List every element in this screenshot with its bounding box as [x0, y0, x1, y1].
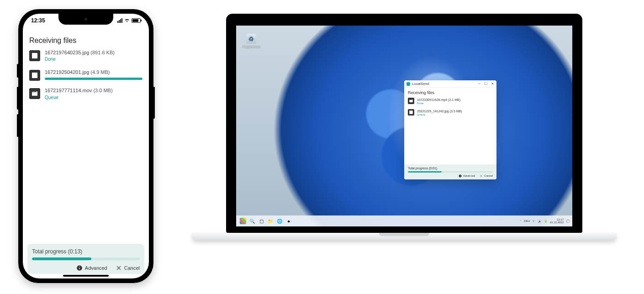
info-icon [76, 265, 83, 271]
file-name: 1672197640235.jpg [45, 50, 89, 55]
total-progress-label: Total progress (0:13) [32, 248, 140, 255]
home-indicator[interactable] [63, 275, 109, 277]
file-name: 1672197771114.mov [45, 88, 92, 93]
signal-icon [117, 18, 122, 23]
phone-app: Receiving files 1672197640235.jpg (891.6… [23, 14, 149, 278]
file-name: 1672192504201.jpg [45, 69, 89, 75]
cancel-label: Cancel [484, 174, 493, 177]
cancel-button[interactable]: Cancel [116, 265, 140, 271]
localsend-taskbar-icon[interactable]: ● [285, 217, 293, 225]
start-button[interactable] [239, 217, 247, 225]
advanced-button[interactable]: Advanced [459, 174, 475, 178]
file-list: 1672197640235.jpg (891.6 KB) Done 167219… [23, 49, 149, 101]
recycle-bin-icon [246, 34, 256, 44]
close-icon [480, 174, 483, 178]
battery-icon[interactable]: 🔋 [544, 220, 547, 223]
phone-device-frame: 12:35 Receiving files 1672197640235.jpg … [18, 9, 153, 283]
file-size: 2.1 MB [449, 98, 459, 101]
laptop-bezel: Papierkorb LocalSend ─ ☐ ✕ Receiving fil… [226, 14, 582, 233]
file-size: 4.9 MB [92, 69, 108, 75]
laptop-base [192, 233, 617, 241]
tray-chevron-icon[interactable]: ˄ [520, 220, 521, 223]
file-name: 1672330911628.mp4 [417, 98, 447, 101]
info-icon [459, 174, 462, 178]
file-name: 20221229_141242.jpg [417, 110, 449, 113]
taskbar-clock[interactable]: 12:17 21.12.2022 [550, 218, 564, 224]
cancel-label: Cancel [124, 265, 140, 271]
recycle-bin-label: Papierkorb [243, 45, 260, 49]
total-progress-card: Total progress (0:01) Advanced Cancel [404, 164, 496, 179]
file-status: Done [45, 56, 143, 63]
svg-rect-4 [460, 176, 460, 177]
image-icon [408, 109, 414, 116]
cancel-button[interactable]: Cancel [480, 174, 493, 178]
task-view-icon[interactable]: ▢ [257, 217, 265, 225]
file-row[interactable]: 20221229_141242.jpg (3.3 MB) Queue [408, 109, 493, 117]
close-button[interactable]: ✕ [491, 82, 494, 86]
phone-notch [58, 14, 113, 25]
phone-side-button [17, 114, 19, 137]
tray-lang[interactable]: DEU [524, 220, 530, 222]
close-icon [116, 265, 122, 271]
phone-screen: 12:35 Receiving files 1672197640235.jpg … [23, 14, 149, 278]
laptop-device-frame: Papierkorb LocalSend ─ ☐ ✕ Receiving fil… [192, 14, 617, 241]
windows-desktop[interactable]: Papierkorb LocalSend ─ ☐ ✕ Receiving fil… [236, 26, 572, 226]
total-progress-bar [32, 257, 140, 260]
file-status: Queue [417, 113, 462, 117]
page-title: Receiving files [408, 90, 493, 95]
file-size: 3.3 MB [451, 110, 461, 113]
total-progress-bar [408, 171, 493, 173]
clock-date: 21.12.2022 [550, 221, 564, 224]
localsend-window[interactable]: LocalSend ─ ☐ ✕ Receiving files 16723309… [404, 80, 496, 179]
page-title: Receiving files [23, 34, 149, 49]
file-size: 891.6 KB [92, 50, 113, 55]
battery-icon [132, 18, 141, 23]
window-titlebar[interactable]: LocalSend ─ ☐ ✕ [404, 80, 496, 88]
status-icons [117, 18, 141, 23]
volume-icon[interactable]: 🔊 [538, 220, 541, 223]
file-size: 3.0 MB [95, 88, 111, 93]
file-row[interactable]: 1672197771114.mov (3.0 MB) Queue [29, 87, 143, 100]
advanced-label: Advanced [85, 265, 107, 271]
svg-rect-5 [460, 175, 460, 176]
windows-taskbar[interactable]: 🔍 ▢ 📁 🌐 ● ˄ DEU ᯤ 🔊 🔋 12:17 21.12.2022 💬 [236, 215, 572, 226]
total-progress-label: Total progress (0:01) [408, 167, 493, 170]
edge-icon[interactable]: 🌐 [275, 217, 284, 225]
file-status: Done [417, 102, 460, 105]
search-icon[interactable]: 🔍 [248, 217, 256, 225]
advanced-button[interactable]: Advanced [76, 265, 107, 271]
advanced-label: Advanced [463, 174, 475, 177]
image-icon [29, 50, 40, 61]
recycle-bin[interactable]: Papierkorb [243, 34, 260, 49]
file-status: Queue [45, 94, 143, 101]
status-time: 12:35 [31, 17, 45, 24]
total-progress-card: Total progress (0:13) Advanced Cancel [27, 244, 144, 274]
file-row[interactable]: 1672192504201.jpg (4.9 MB) [29, 69, 143, 81]
notification-icon[interactable]: 💬 [566, 220, 570, 223]
wifi-icon [124, 18, 130, 23]
file-row[interactable]: 1672197640235.jpg (891.6 KB) Done [29, 49, 143, 63]
window-title: LocalSend [412, 82, 476, 86]
app-icon [406, 82, 410, 86]
movie-icon [408, 98, 414, 104]
movie-icon [29, 88, 40, 99]
file-row[interactable]: 1672330911628.mp4 (2.1 MB) Done [408, 98, 493, 105]
phone-side-button [17, 87, 19, 110]
phone-side-button [153, 87, 155, 119]
file-explorer-icon[interactable]: 📁 [266, 217, 274, 225]
wifi-icon[interactable]: ᯤ [533, 220, 535, 222]
phone-side-button [17, 64, 19, 78]
file-progress-bar [45, 78, 143, 80]
maximize-button[interactable]: ☐ [484, 82, 487, 86]
svg-rect-1 [79, 268, 79, 269]
minimize-button[interactable]: ─ [478, 82, 480, 86]
svg-rect-2 [79, 267, 79, 267]
image-icon [29, 70, 40, 81]
